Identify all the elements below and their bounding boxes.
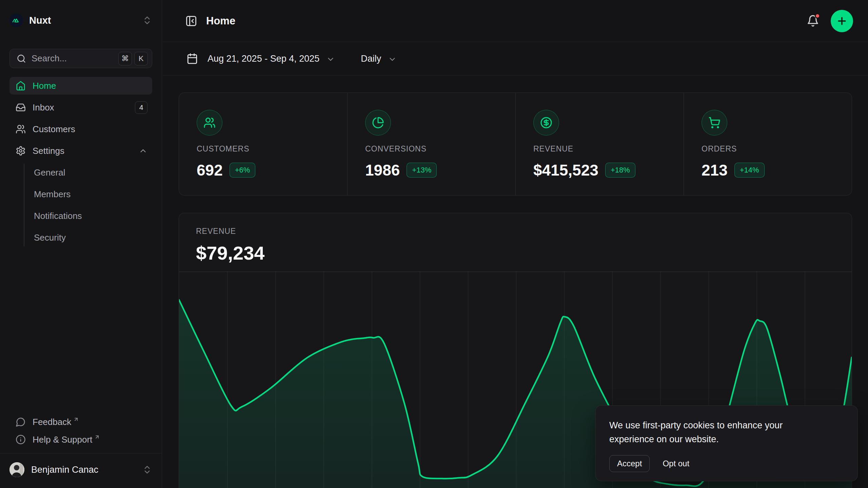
stat-delta-badge: +14% bbox=[734, 163, 765, 178]
user-name: Benjamin Canac bbox=[31, 465, 142, 475]
sidebar-item-label: Settings bbox=[33, 146, 139, 156]
revenue-label: REVENUE bbox=[196, 227, 852, 236]
notifications-button[interactable] bbox=[807, 15, 819, 27]
sidebar: Nuxt Search... ⌘ K Home Inbox 4 Customer… bbox=[0, 0, 162, 488]
subnav-label: Notifications bbox=[34, 211, 82, 221]
sidebar-collapse-button[interactable] bbox=[185, 15, 197, 27]
footer-link-label: Feedback bbox=[33, 417, 71, 427]
sidebar-item-notifications[interactable]: Notifications bbox=[34, 207, 152, 225]
kbd-cmd: ⌘ bbox=[118, 52, 132, 65]
message-circle-icon bbox=[16, 417, 26, 427]
stat-delta-badge: +18% bbox=[605, 163, 635, 178]
arrow-up-right-icon bbox=[73, 416, 79, 422]
stat-label: CONVERSIONS bbox=[365, 144, 515, 154]
subnav-label: Members bbox=[34, 189, 71, 200]
feedback-link[interactable]: Feedback bbox=[9, 413, 152, 431]
shopping-cart-icon bbox=[702, 110, 727, 136]
mountains-icon bbox=[12, 16, 21, 25]
subnav-label: Security bbox=[34, 232, 66, 243]
help-support-link[interactable]: Help & Support bbox=[9, 431, 152, 448]
user-menu[interactable]: Benjamin Canac bbox=[9, 460, 152, 480]
inbox-count-badge: 4 bbox=[135, 101, 147, 114]
footer-link-label: Help & Support bbox=[33, 434, 92, 445]
stat-value: $415,523 bbox=[533, 161, 598, 179]
calendar-icon bbox=[186, 53, 198, 64]
sidebar-item-customers[interactable]: Customers bbox=[9, 120, 152, 138]
filters-toolbar: Aug 21, 2025 - Sep 4, 2025 Daily bbox=[162, 42, 868, 76]
subnav-label: General bbox=[34, 167, 65, 178]
opt-out-button[interactable]: Opt out bbox=[663, 459, 689, 468]
revenue-value: $79,234 bbox=[196, 242, 852, 264]
sidebar-spacer bbox=[9, 250, 152, 413]
search-placeholder: Search... bbox=[32, 53, 116, 64]
stat-label: REVENUE bbox=[533, 144, 684, 154]
sidebar-item-label: Home bbox=[33, 81, 147, 91]
workspace-selector[interactable]: Nuxt bbox=[9, 10, 152, 30]
kbd-k: K bbox=[134, 52, 148, 65]
sidebar-item-label: Inbox bbox=[33, 102, 135, 113]
sidebar-item-inbox[interactable]: Inbox 4 bbox=[9, 99, 152, 116]
stat-delta-badge: +13% bbox=[407, 163, 437, 178]
gear-icon bbox=[16, 146, 26, 156]
date-range-picker[interactable]: Aug 21, 2025 - Sep 4, 2025 bbox=[186, 53, 335, 64]
circle-dollar-icon bbox=[533, 110, 559, 136]
stat-value: 1986 bbox=[365, 161, 400, 179]
users-icon bbox=[197, 110, 222, 136]
page-header: Home bbox=[162, 0, 868, 42]
plus-icon bbox=[836, 15, 848, 27]
sidebar-item-home[interactable]: Home bbox=[9, 77, 152, 95]
nuxt-logo bbox=[9, 14, 23, 27]
stat-card-orders[interactable]: ORDERS 213 +14% bbox=[684, 93, 852, 195]
page-title: Home bbox=[206, 15, 807, 27]
sidebar-item-members[interactable]: Members bbox=[34, 185, 152, 203]
add-button[interactable] bbox=[831, 10, 853, 32]
chevron-down-icon bbox=[388, 55, 397, 64]
sidebar-item-general[interactable]: General bbox=[34, 164, 152, 181]
avatar bbox=[9, 462, 24, 477]
chevrons-up-down-icon bbox=[142, 465, 152, 475]
chevron-up-icon bbox=[139, 146, 147, 155]
notification-dot bbox=[815, 13, 820, 19]
arrow-up-right-icon bbox=[94, 434, 100, 440]
sidebar-divider bbox=[0, 453, 162, 453]
home-icon bbox=[16, 81, 26, 91]
sidebar-item-settings[interactable]: Settings bbox=[9, 142, 152, 160]
cookie-message: We use first-party cookies to enhance yo… bbox=[609, 419, 820, 446]
workspace-name: Nuxt bbox=[29, 15, 142, 26]
users-icon bbox=[16, 124, 26, 134]
sidebar-nav: Home Inbox 4 Customers Settings General … bbox=[9, 77, 152, 250]
search-icon bbox=[17, 54, 26, 63]
settings-subnav: General Members Notifications Security bbox=[24, 164, 152, 246]
panel-left-close-icon bbox=[185, 15, 197, 27]
stat-delta-badge: +6% bbox=[230, 163, 256, 178]
sidebar-item-security[interactable]: Security bbox=[34, 229, 152, 246]
stat-card-revenue[interactable]: REVENUE $415,523 +18% bbox=[515, 93, 684, 195]
stat-value: 213 bbox=[702, 161, 728, 179]
accept-button[interactable]: Accept bbox=[609, 455, 650, 472]
chevrons-up-down-icon bbox=[142, 15, 152, 25]
frequency-value: Daily bbox=[361, 54, 381, 64]
date-range-label: Aug 21, 2025 - Sep 4, 2025 bbox=[208, 54, 319, 64]
inbox-icon bbox=[16, 102, 26, 113]
chevron-down-icon bbox=[326, 55, 335, 64]
stat-card-conversions[interactable]: CONVERSIONS 1986 +13% bbox=[347, 93, 515, 195]
info-icon bbox=[16, 434, 26, 445]
stats-cards: CUSTOMERS 692 +6% CONVERSIONS 1986 +13% bbox=[179, 93, 852, 196]
frequency-select[interactable]: Daily bbox=[361, 54, 397, 64]
cookie-banner: We use first-party cookies to enhance yo… bbox=[595, 405, 858, 481]
stat-label: ORDERS bbox=[702, 144, 852, 154]
search-input[interactable]: Search... ⌘ K bbox=[9, 49, 152, 68]
pie-chart-icon bbox=[365, 110, 391, 136]
stat-label: CUSTOMERS bbox=[197, 144, 347, 154]
stat-card-customers[interactable]: CUSTOMERS 692 +6% bbox=[179, 93, 347, 195]
stat-value: 692 bbox=[197, 161, 223, 179]
sidebar-item-label: Customers bbox=[33, 124, 147, 135]
